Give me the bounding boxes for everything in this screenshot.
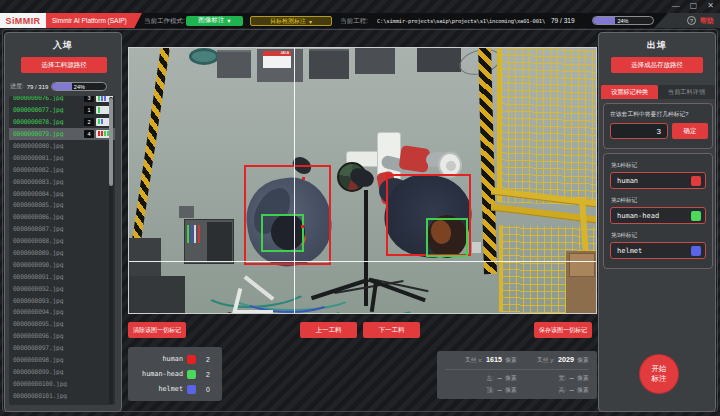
mode-primary-label: 图像标注 [198,16,224,25]
label-name-input[interactable]: human-head [610,207,706,224]
file-name: 0000000077.jpg [13,106,84,113]
file-list-item[interactable]: 0000000087.jpg [9,223,115,235]
import-progress-bar: 24% [51,82,107,91]
box-left-label: 左: [487,374,495,383]
confirm-button[interactable]: 确定 [672,123,708,139]
file-list-item[interactable]: 0000000096.jpg [9,330,115,342]
export-panel-title: 出埠 [599,33,715,52]
cable [149,298,239,314]
close-icon[interactable]: ✕ [707,1,714,10]
annotation-canvas[interactable]: JAKA [128,47,597,314]
file-list-item[interactable]: 0000000090.jpg [9,258,115,270]
file-list-item[interactable]: 0000000077.jpg1 [9,104,115,116]
file-name: 0000000084.jpg [13,190,113,197]
clear-all-marks-button[interactable]: 清除该图一切标记 [128,322,186,338]
bounding-box-head-2[interactable] [426,218,468,257]
file-list-item[interactable]: 0000000084.jpg [9,187,115,199]
select-output-path-button[interactable]: 选择成品存放路径 [611,57,703,73]
file-list-item[interactable]: 0000000094.jpg [9,306,115,318]
file-list-item[interactable]: 0000000091.jpg [9,270,115,282]
label-count-question: 在该套工料中将要打几种标记? [604,104,712,119]
help-icon[interactable]: ? [687,16,696,25]
annotation-point[interactable] [301,225,304,228]
save-all-marks-button[interactable]: 保存该图一切标记 [534,322,592,338]
legend-color-swatch [187,370,196,379]
image-annotation-mode-button[interactable]: 图像标注 ▾ [186,16,243,27]
progress-percent: 24% [52,84,106,90]
unit-label: 像素 [577,356,589,365]
file-list-item[interactable]: 0000000089.jpg [9,247,115,259]
legend-row: human-head2 [134,368,216,380]
file-list-item[interactable]: 0000000080.jpg [9,140,115,152]
file-name: 0000000090.jpg [13,261,113,268]
import-panel-title: 入埠 [5,33,121,52]
app-window: — ▢ ✕ SiMMIR Simmir AI Platform (SAIP) 当… [0,0,720,416]
annotation-count-badge: 3 [84,96,94,102]
label-name-input[interactable]: helmet [610,242,706,259]
file-list-item[interactable]: 0000000086.jpg [9,211,115,223]
file-list-item[interactable]: 00000000101.jpg [9,389,115,401]
legend-label: human [134,355,183,363]
small-box [179,206,194,218]
file-name: 0000000079.jpg [13,130,84,137]
label-ordinal: 第1种标记 [611,161,712,170]
label-color-swatch[interactable] [691,176,701,186]
file-name: 0000000089.jpg [13,249,113,256]
file-name: 0000000098.jpg [13,356,113,363]
minimize-icon[interactable]: — [672,1,680,10]
crosshair-vertical [294,48,295,314]
file-list-item[interactable]: 0000000078.jpg2 [9,116,115,128]
help-button[interactable]: 帮助 [700,16,714,26]
previous-material-button[interactable]: 上一工料 [300,322,357,338]
tab-label-types[interactable]: 设置标记种类 [601,85,658,99]
label-count-input[interactable]: 3 [610,123,668,139]
file-list-item[interactable]: 0000000083.jpg [9,175,115,187]
label-color-swatch[interactable] [691,246,701,256]
file-name: 0000000087.jpg [13,225,113,232]
file-list-item[interactable]: 0000000097.jpg [9,342,115,354]
file-list-item[interactable]: 0000000098.jpg [9,354,115,366]
file-list-item[interactable]: 0000000088.jpg [9,235,115,247]
file-name: 0000000080.jpg [13,142,113,149]
file-list-item[interactable]: 00000000100.jpg [9,377,115,389]
brand-text: Simmir AI Platform (SAIP) [46,17,127,24]
file-name: 0000000096.jpg [13,332,113,339]
file-list-item[interactable]: 0000000095.jpg [9,318,115,330]
file-list-item[interactable]: 0000000081.jpg [9,151,115,163]
label-ordinal: 第3种标记 [611,231,712,240]
fence-mesh-upper [497,48,597,206]
file-list-item[interactable]: 0000000076.jpg3 [9,96,115,104]
start-annotation-button[interactable]: 开始 标注 [640,355,678,393]
scrollbar-thumb[interactable] [109,98,113,186]
progress-counter: 79 / 319 [27,84,49,90]
maximize-icon[interactable]: ▢ [690,1,698,10]
white-frame-bar [233,310,273,314]
legend-color-swatch [187,385,196,394]
unit-label: 像素 [505,374,517,383]
file-list-item[interactable]: 0000000085.jpg [9,199,115,211]
next-material-button[interactable]: 下一工料 [363,322,420,338]
file-list-scrollbar[interactable] [109,97,113,404]
select-source-path-button[interactable]: 选择工料源路径 [21,57,107,73]
file-list-item[interactable]: 0000000079.jpg4 [9,128,115,140]
label-color-swatch[interactable] [691,211,701,221]
box-top-value: -- [497,385,502,394]
tab-material-details[interactable]: 当前工料详情 [658,85,715,99]
brand-banner: Simmir AI Platform (SAIP) [46,13,142,28]
export-panel: 出埠 选择成品存放路径 设置标记种类 当前工料详情 在该套工料中将要打几种标记?… [598,32,716,412]
file-list: 0000000076.jpg30000000077.jpg10000000078… [9,96,115,405]
file-list-item[interactable]: 0000000082.jpg [9,163,115,175]
file-list-item[interactable]: 0000000099.jpg [9,365,115,377]
label-name-input[interactable]: human [610,172,706,189]
legend-count: 2 [200,371,216,378]
file-list-item[interactable]: 0000000092.jpg [9,282,115,294]
bounding-box-head-1[interactable] [261,214,304,252]
file-name: 0000000091.jpg [13,273,113,280]
legend-label: helmet [134,385,183,393]
legend-label: human-head [134,370,183,378]
file-list-item[interactable]: 0000000093.jpg [9,294,115,306]
label-ordinal: 第2种标记 [611,196,712,205]
wooden-crate [569,253,595,277]
object-detection-mode-button[interactable]: 目标检测标注 ▾ [250,16,332,26]
annotation-point[interactable] [302,177,305,180]
